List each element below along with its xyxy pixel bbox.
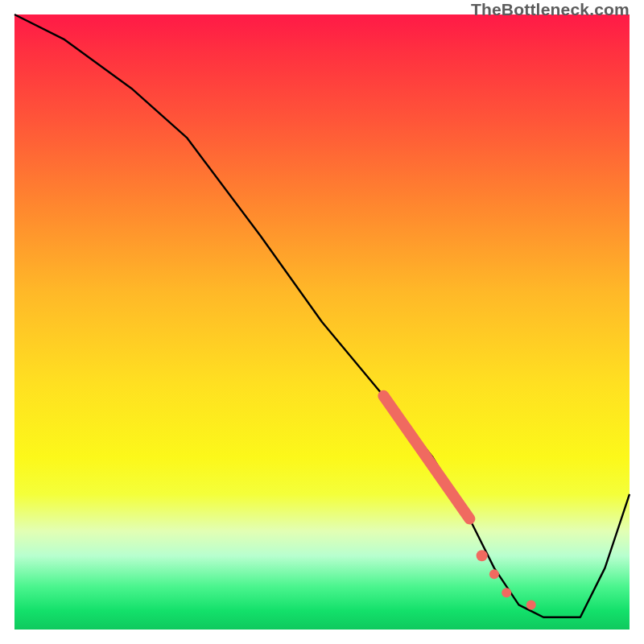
highlight-dot	[489, 569, 499, 579]
highlight-dot	[526, 600, 536, 609]
chart-overlay	[14, 14, 630, 630]
highlight-dot	[477, 550, 488, 561]
highlight-dot	[502, 588, 511, 597]
highlight-markers	[383, 396, 535, 610]
highlight-segment	[383, 396, 469, 519]
bottleneck-curve	[14, 14, 630, 617]
chart-container: TheBottleneck.com	[0, 0, 644, 644]
